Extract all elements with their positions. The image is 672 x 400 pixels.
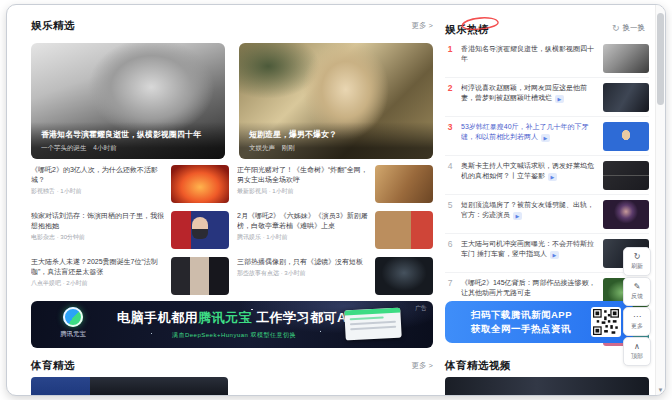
hot-list-item[interactable]: 5 短剧顶流塌房了？被前女友锤劈腿、出轨，官方：劣迹演员▶ [445,195,649,234]
sports-video-title: 体育精选视频 [445,359,511,373]
feed-column-left: 《哪吒2》的3亿人次，为什么还救不活影城？ 影视独舌 · 1小时前 独家对话刘浩… [31,165,229,298]
card-title: 短剧造星，爆男不爆女？ [249,130,423,141]
chevron-up-icon: ∧ [634,343,640,351]
ad-brand-name: 腾讯元宝 [53,330,93,339]
news-thumbnail [375,211,433,249]
hot-title: 王大陆与司机冲突画面曝光：不会开特斯拉车门 捶打车窗，竖中指骂人▶ [461,239,597,268]
hot-title-text: 短剧顶流塌房了？被前女友锤劈腿、出轨，官方：劣迹演员 [461,201,594,218]
hot-title: 柯淳说喜欢赵丽颖，对网友回应这是他前妻，曾梦到被赵丽颖吐槽戏烂▶ [461,83,597,112]
entertainment-title: 娱乐精选 [31,19,75,33]
hotlist-title: 娱乐热榜 [445,23,489,35]
feature-card-director[interactable]: 香港知名导演霍耀良逝世，纵横影视圈四十年 一个芋头的诞生 4小时前 [31,43,225,159]
ad-label[interactable]: 广告 [415,304,427,313]
news-item[interactable]: 王大陆杀人未遂？2025贵圈诞生7位“法制咖”，真法盲还是太嚣张 八点半娱吧 ·… [31,257,229,298]
news-item[interactable]: 三部热播偶像剧，只有《滤镜》没有短板 那些故事有点远 · 3小时前 [237,257,433,298]
news-title: 三部热播偶像剧，只有《滤镜》没有短板 [237,257,368,267]
hot-title-text: 奥斯卡主持人中文喊话求职，诱发好莱坞危机的真相如何？丨立竿鉴影 [461,162,594,179]
app-download-banner[interactable]: 扫码下载腾讯新闻APP 获取全网一手热点资讯 [445,301,633,343]
hot-title-text: 《哪吒2》145亿背后：两部作品接连惨败，让其他动画片无路可走 [461,279,596,296]
news-thumbnail [171,257,229,295]
news-meta: 电影杂志 · 30分钟前 [31,233,164,242]
news-item[interactable]: 独家对话刘浩存：饰演田栖的日子里，我很想抱抱她 电影杂志 · 30分钟前 [31,211,229,252]
rank-number: 1 [445,44,455,73]
rank-number: 6 [445,239,455,268]
feature-cards-row: 香港知名导演霍耀良逝世，纵横影视圈四十年 一个芋头的诞生 4小时前 短剧造星，爆… [31,43,433,159]
app-banner-text: 扫码下载腾讯新闻APP 获取全网一手热点资讯 [471,308,572,337]
app-banner-line1: 扫码下载腾讯新闻APP [471,308,572,322]
sports-title: 体育精选 [31,359,75,373]
hot-list-item[interactable]: 2 柯淳说喜欢赵丽颖，对网友回应这是他前妻，曾梦到被赵丽颖吐槽戏烂▶ [445,78,649,117]
ad-headline-post: 工作学习都可AI [252,310,351,325]
yuanbao-logo-icon [63,307,83,327]
entertainment-section-header: 娱乐精选 更多 > [31,19,433,33]
more-dots-icon: ⋯ [633,313,641,321]
news-item[interactable]: 正午阳光赌对了！《生命树》“炸翻”全网，男女主出场全场欢呼 最新影视局 · 1小… [237,165,433,206]
more-options-button[interactable]: ⋯ 更多 [623,307,651,336]
hot-thumbnail [603,200,649,229]
sports-more-link[interactable]: 更多 > [412,361,433,371]
app-banner-line2: 获取全网一手热点资讯 [471,322,572,336]
hot-title-text: 王大陆与司机冲突画面曝光：不会开特斯拉车门 捶打车窗，竖中指骂人 [461,240,594,257]
rank-number: 3 [445,122,455,151]
hot-title-text: 柯淳说喜欢赵丽颖，对网友回应这是他前妻，曾梦到被赵丽颖吐槽戏烂 [461,84,587,101]
hot-thumbnail [603,161,649,190]
news-thumbnail [171,211,229,249]
hot-title: 短剧顶流塌房了？被前女友锤劈腿、出轨，官方：劣迹演员▶ [461,200,597,229]
news-thumbnail [171,165,229,203]
feature-card-shortdrama[interactable]: 短剧造星，爆男不爆女？ 文娱先声 刚刚 [239,43,433,159]
scrollbar-thumb[interactable] [657,13,664,105]
rank-number: 5 [445,200,455,229]
card-meta: 一个芋头的诞生 4小时前 [41,144,215,153]
refresh-label: 换一换 [623,23,646,33]
news-thumbnail [375,257,433,295]
scrollbar[interactable]: ▼ [655,5,665,395]
ad-headline-brand: 腾讯元宝 [198,310,252,325]
ad-app-screenshot [344,308,401,341]
hot-title: 奥斯卡主持人中文喊话求职，诱发好莱坞危机的真相如何？丨立竿鉴影▶ [461,161,597,190]
yuanbao-ad-banner[interactable]: 腾讯元宝 电脑手机都用腾讯元宝 工作学习都可AI 满血DeepSeek+Huny… [31,301,433,348]
ad-headline: 电脑手机都用腾讯元宝 工作学习都可AI [109,309,359,327]
news-item[interactable]: 2月《哪吒2》《六姊妹》《演员3》新剧屠榜，白敬亭章若楠《难哄》上桌 腾讯娱乐 … [237,211,433,252]
scroll-down-arrow[interactable]: ▼ [656,387,665,393]
news-meta: 那些故事有点远 · 3小时前 [237,269,368,278]
news-meta: 最新影视局 · 1小时前 [237,187,368,196]
ad-headline-pre: 电脑手机都用 [117,310,198,325]
refresh-icon: ↻ [612,24,620,33]
fab-label: 顶部 [631,352,643,361]
refresh-icon: ↻ [634,253,641,261]
card-time: 刚刚 [282,144,295,151]
card-meta: 文娱先声 刚刚 [249,144,423,153]
sports-section-header: 体育精选 更多 > [31,359,433,373]
hot-thumbnail [603,44,649,73]
news-meta: 八点半娱吧 · 2小时前 [31,279,164,288]
back-to-top-button[interactable]: ∧ 顶部 [623,337,651,366]
hot-title-text: 53岁韩红暴瘦40斤，补上了几十年的下牙缝，和以前相比判若两人 [461,123,589,140]
refresh-hotlist-button[interactable]: ↻ 换一换 [612,23,645,33]
hot-title: 53岁韩红暴瘦40斤，补上了几十年的下牙缝，和以前相比判若两人▶ [461,122,597,151]
news-meta: 影视独舌 · 1小时前 [31,187,164,196]
news-item[interactable]: 《哪吒2》的3亿人次，为什么还救不活影城？ 影视独舌 · 1小时前 [31,165,229,206]
sports-video-section-header: 体育精选视频 [445,359,649,373]
news-title: 《哪吒2》的3亿人次，为什么还救不活影城？ [31,165,164,185]
card-source: 文娱先声 [249,144,275,151]
news-meta: 腾讯娱乐 · 1小时前 [237,233,368,242]
play-icon: ▶ [513,212,522,220]
hot-list-item[interactable]: 1 香港知名导演霍耀良逝世，纵横影视圈四十年 [445,39,649,78]
feedback-button[interactable]: ✎ 反馈 [623,277,651,306]
card-title: 香港知名导演霍耀良逝世，纵横影视圈四十年 [41,130,215,141]
fab-label: 更多 [631,322,643,331]
news-title: 王大陆杀人未遂？2025贵圈诞生7位“法制咖”，真法盲还是太嚣张 [31,257,164,277]
sports-video-thumbnail[interactable] [31,377,228,396]
rank-number: 2 [445,83,455,112]
hot-list-item[interactable]: 4 奥斯卡主持人中文喊话求职，诱发好莱坞危机的真相如何？丨立竿鉴影▶ [445,156,649,195]
qr-code [591,307,621,337]
hot-list-item[interactable]: 6 王大陆与司机冲突画面曝光：不会开特斯拉车门 捶打车窗，竖中指骂人▶ [445,234,649,273]
card-time: 4小时前 [93,144,116,151]
play-icon: ▶ [541,134,550,142]
card-caption: 香港知名导演霍耀良逝世，纵横影视圈四十年 一个芋头的诞生 4小时前 [31,122,225,159]
entertainment-more-link[interactable]: 更多 > [412,21,433,31]
card-source: 一个芋头的诞生 [41,144,87,151]
hot-list-item[interactable]: 3 53岁韩红暴瘦40斤，补上了几十年的下牙缝，和以前相比判若两人▶ [445,117,649,156]
refresh-page-button[interactable]: ↻ 刷新 [623,247,651,276]
sports-video-thumbnail[interactable] [445,377,649,396]
